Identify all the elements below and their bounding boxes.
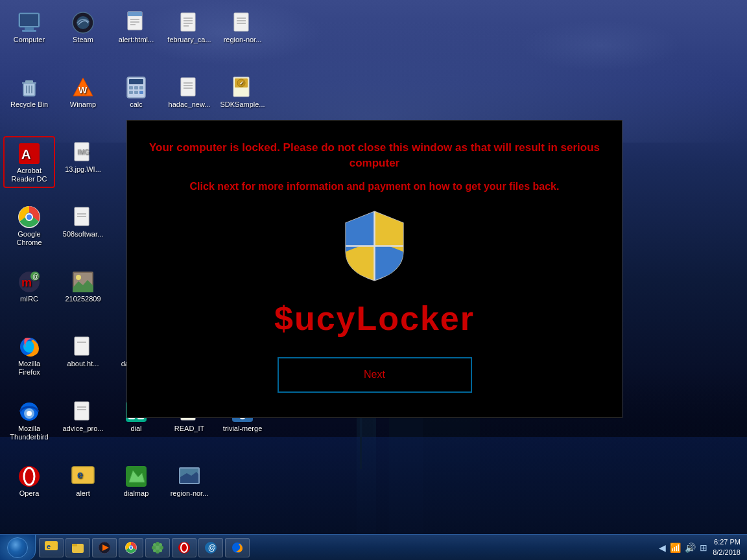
svg-rect-22 xyxy=(25,80,33,83)
svg-point-63 xyxy=(76,275,81,280)
svg-rect-11 xyxy=(181,13,195,31)
clock-date: 8/2/2018 xyxy=(713,548,741,557)
icon-region-nor2[interactable]: region-nor... xyxy=(163,460,215,501)
taskbar-media[interactable] xyxy=(92,538,117,557)
svg-rect-35 xyxy=(139,91,143,94)
tray-icon-network: 📶 xyxy=(670,542,681,553)
svg-rect-29 xyxy=(129,79,143,84)
taskbar-ie[interactable]: e xyxy=(39,538,64,557)
icon-13jpg[interactable]: IMG 13.jpg.WI... xyxy=(57,136,109,177)
desktop: Computer Steam alert:html... february_ca… xyxy=(0,0,747,560)
taskbar-tray: ◀ 📶 🔊 ⊞ 6:27 PM 8/2/2018 xyxy=(652,537,747,557)
tray-icons: ◀ 📶 🔊 ⊞ xyxy=(659,542,707,553)
taskbar-app1[interactable] xyxy=(145,538,170,557)
svg-text:e: e xyxy=(77,469,83,480)
svg-text:A: A xyxy=(21,147,30,161)
svg-rect-3 xyxy=(22,30,36,32)
taskbar-explorer[interactable] xyxy=(65,538,90,557)
svg-rect-2 xyxy=(25,27,34,30)
icon-dialmap[interactable]: dialmap xyxy=(110,460,162,501)
clock[interactable]: 6:27 PM 8/2/2018 xyxy=(713,537,741,557)
svg-point-109 xyxy=(130,546,132,549)
svg-text:e: e xyxy=(47,542,51,550)
next-button-label: Next xyxy=(364,369,385,380)
taskbar-mail[interactable]: @ xyxy=(198,538,223,557)
tray-icon-volume[interactable]: 🔊 xyxy=(685,542,696,553)
ransomware-message-line1: Your computer is locked. Please do not c… xyxy=(140,140,609,171)
icon-sdksample[interactable]: ✓ SDKSample... xyxy=(217,71,268,112)
taskbar-chrome[interactable] xyxy=(119,538,143,557)
svg-rect-103 xyxy=(72,544,77,546)
icon-opera[interactable]: Opera xyxy=(3,460,55,501)
svg-rect-36 xyxy=(181,78,195,96)
svg-rect-30 xyxy=(129,86,133,89)
svg-point-72 xyxy=(27,411,32,416)
svg-point-92 xyxy=(24,468,34,485)
svg-rect-1 xyxy=(20,14,38,26)
svg-point-52 xyxy=(27,215,32,220)
icon-winamp[interactable]: W Winamp xyxy=(57,71,109,112)
icon-february-ca[interactable]: february_ca... xyxy=(163,6,215,47)
svg-point-120 xyxy=(181,543,187,552)
svg-point-116 xyxy=(159,543,162,546)
svg-text:@: @ xyxy=(208,543,216,552)
ransomware-window: Your computer is locked. Please do not c… xyxy=(126,120,622,418)
icon-mirc[interactable]: m @ mIRC xyxy=(3,266,55,307)
icon-210252809[interactable]: 210252809 xyxy=(57,266,109,307)
svg-text:✓: ✓ xyxy=(239,80,244,86)
icon-region-nor1[interactable]: region-nor... xyxy=(217,6,268,47)
icon-508softwar[interactable]: 508softwar... xyxy=(57,201,109,242)
svg-text:W: W xyxy=(78,85,88,95)
svg-rect-16 xyxy=(234,13,248,31)
icon-recycle-bin[interactable]: Recycle Bin xyxy=(3,71,55,112)
icon-mozilla-thunderbird[interactable]: Mozilla Thunderbird xyxy=(3,395,55,445)
svg-rect-33 xyxy=(129,91,133,94)
svg-point-115 xyxy=(153,543,156,546)
svg-rect-32 xyxy=(139,86,143,89)
svg-text:m: m xyxy=(21,276,32,289)
icon-google-chrome[interactable]: Google Chrome xyxy=(3,201,55,250)
svg-rect-34 xyxy=(134,91,138,94)
icon-acrobat[interactable]: A Acrobat Reader DC xyxy=(3,136,55,188)
start-button[interactable] xyxy=(0,535,36,561)
icon-hadac-new[interactable]: hadac_new... xyxy=(163,71,215,112)
icon-alert-html[interactable]: alert:html... xyxy=(110,6,162,47)
svg-rect-67 xyxy=(75,337,89,355)
svg-text:@: @ xyxy=(32,273,39,280)
shield-logo xyxy=(337,209,412,286)
tray-icon-display[interactable]: ⊞ xyxy=(700,542,707,553)
svg-rect-7 xyxy=(128,12,142,16)
taskbar-opera[interactable] xyxy=(172,538,196,557)
icon-computer[interactable]: Computer xyxy=(3,6,55,47)
svg-rect-93 xyxy=(72,467,94,484)
clock-time: 6:27 PM xyxy=(713,537,741,547)
icon-alert[interactable]: e alert xyxy=(57,460,109,501)
svg-text:IMG: IMG xyxy=(77,148,89,156)
icon-calc[interactable]: calc xyxy=(110,71,162,112)
icon-steam[interactable]: Steam xyxy=(57,6,109,47)
icon-about-ht[interactable]: about.ht... xyxy=(57,331,109,371)
svg-point-117 xyxy=(153,549,156,552)
tray-icon-arrow[interactable]: ◀ xyxy=(659,542,666,553)
next-button[interactable]: Next xyxy=(278,357,472,393)
start-orb xyxy=(7,537,28,558)
ransomware-title: $ucyLocker xyxy=(274,299,475,338)
svg-point-118 xyxy=(159,549,162,552)
taskbar-firefox[interactable] xyxy=(225,538,250,557)
taskbar-items: e xyxy=(36,535,652,560)
icon-advice-pro[interactable]: advice_pro... xyxy=(57,395,109,436)
taskbar: e xyxy=(0,534,747,560)
svg-rect-73 xyxy=(75,402,89,420)
ransomware-click-message: Click next for more information and paym… xyxy=(190,181,560,192)
icon-mozilla-firefox[interactable]: Mozilla Firefox xyxy=(3,331,55,380)
svg-rect-31 xyxy=(134,86,138,89)
